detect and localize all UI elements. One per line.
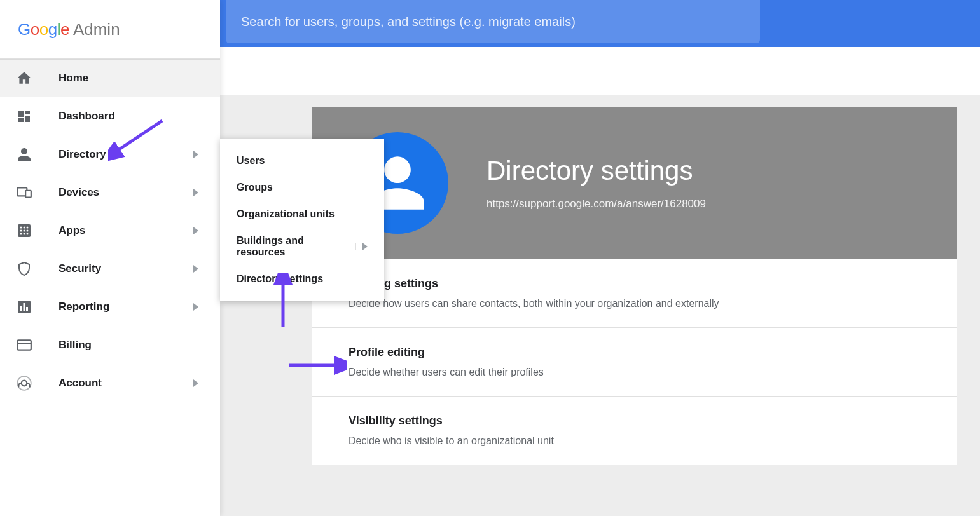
card-title: Profile editing — [349, 346, 920, 359]
submenu-item-groups[interactable]: Groups — [220, 174, 384, 201]
sidebar-item-devices[interactable]: Devices — [0, 173, 220, 212]
sidebar-item-label: Account — [59, 377, 102, 390]
chevron-right-icon — [193, 265, 198, 273]
search-box[interactable] — [226, 0, 760, 43]
submenu-item-label: Users — [237, 155, 265, 166]
annotation-arrow-directory-settings — [270, 273, 296, 330]
card-desc: Decide who is visible to an organization… — [349, 435, 920, 447]
svg-rect-13 — [20, 306, 22, 311]
dashboard-icon — [15, 107, 33, 125]
chevron-right-icon — [193, 303, 198, 311]
card-desc: Decide whether users can edit their prof… — [349, 367, 920, 378]
sidebar-item-home[interactable]: Home — [0, 59, 220, 97]
svg-point-5 — [27, 227, 29, 229]
sidebar-item-reporting[interactable]: Reporting — [0, 288, 220, 326]
sidebar-item-security[interactable]: Security — [0, 250, 220, 288]
svg-rect-1 — [25, 191, 31, 198]
submenu-item-label: Organizational units — [237, 208, 335, 220]
svg-point-10 — [24, 233, 25, 235]
sidebar-item-label: Dashboard — [59, 110, 115, 123]
chevron-right-icon — [193, 379, 198, 387]
svg-point-3 — [20, 227, 22, 229]
person-icon — [15, 146, 33, 163]
svg-point-4 — [24, 227, 25, 229]
svg-point-8 — [27, 230, 29, 232]
submenu-item-users[interactable]: Users — [220, 147, 384, 174]
svg-point-18 — [22, 381, 27, 386]
chevron-right-icon — [193, 227, 198, 234]
card-visibility-settings[interactable]: Visibility settings Decide who is visibl… — [312, 397, 957, 465]
card-sharing-settings[interactable]: Sharing settings Decide how users can sh… — [312, 259, 957, 328]
card-title: Sharing settings — [349, 277, 920, 290]
help-url[interactable]: https://support.google.com/a/answer/1628… — [487, 198, 706, 210]
sidebar-item-label: Reporting — [59, 301, 109, 313]
svg-point-11 — [27, 233, 29, 235]
search-input[interactable] — [241, 15, 745, 29]
sidebar: Google Admin Home Dashboard Directory De… — [0, 0, 220, 516]
sidebar-item-label: Directory — [59, 148, 106, 161]
chevron-right-icon — [355, 243, 368, 250]
annotation-arrow-profile-editing — [286, 356, 347, 375]
page-title: Directory settings — [487, 156, 706, 186]
apps-icon — [15, 222, 33, 240]
admin-label: Admin — [73, 20, 120, 39]
annotation-arrow-directory — [108, 118, 165, 162]
account-icon — [15, 374, 33, 392]
sidebar-item-label: Security — [59, 262, 101, 275]
svg-point-9 — [20, 233, 22, 235]
card-profile-editing[interactable]: Profile editing Decide whether users can… — [312, 328, 957, 397]
svg-rect-16 — [17, 340, 31, 350]
reporting-icon — [15, 298, 33, 316]
directory-submenu: Users Groups Organizational units Buildi… — [220, 139, 384, 301]
settings-cards: Sharing settings Decide how users can sh… — [312, 259, 957, 465]
sidebar-item-label: Home — [59, 72, 88, 85]
svg-rect-14 — [24, 303, 25, 311]
chevron-right-icon — [193, 151, 198, 158]
devices-icon — [15, 184, 33, 201]
submenu-item-buildings[interactable]: Buildings and resources — [220, 227, 384, 266]
card-desc: Decide how users can share contacts, bot… — [349, 298, 920, 309]
shield-icon — [15, 260, 33, 278]
submenu-item-label: Groups — [237, 182, 273, 193]
chevron-right-icon — [193, 189, 198, 196]
sidebar-item-label: Apps — [59, 224, 86, 237]
sidebar-item-account[interactable]: Account — [0, 364, 220, 402]
submenu-item-label: Buildings and resources — [237, 235, 350, 258]
sidebar-item-apps[interactable]: Apps — [0, 212, 220, 250]
sidebar-item-billing[interactable]: Billing — [0, 326, 220, 364]
logo-area: Google Admin — [0, 0, 220, 59]
svg-point-7 — [24, 230, 25, 232]
submenu-item-org-units[interactable]: Organizational units — [220, 201, 384, 227]
hero-banner: Directory settings https://support.googl… — [312, 107, 957, 259]
hero-text: Directory settings https://support.googl… — [487, 156, 706, 210]
svg-rect-15 — [26, 307, 28, 311]
submenu-item-directory-settings[interactable]: Directory settings — [220, 266, 384, 292]
sidebar-item-label: Billing — [59, 339, 92, 351]
svg-point-6 — [20, 230, 22, 232]
sidebar-item-label: Devices — [59, 186, 99, 199]
google-logo: Google — [18, 20, 69, 39]
home-icon — [15, 69, 33, 87]
svg-line-20 — [114, 121, 162, 153]
card-title: Visibility settings — [349, 414, 920, 428]
billing-icon — [15, 336, 33, 354]
